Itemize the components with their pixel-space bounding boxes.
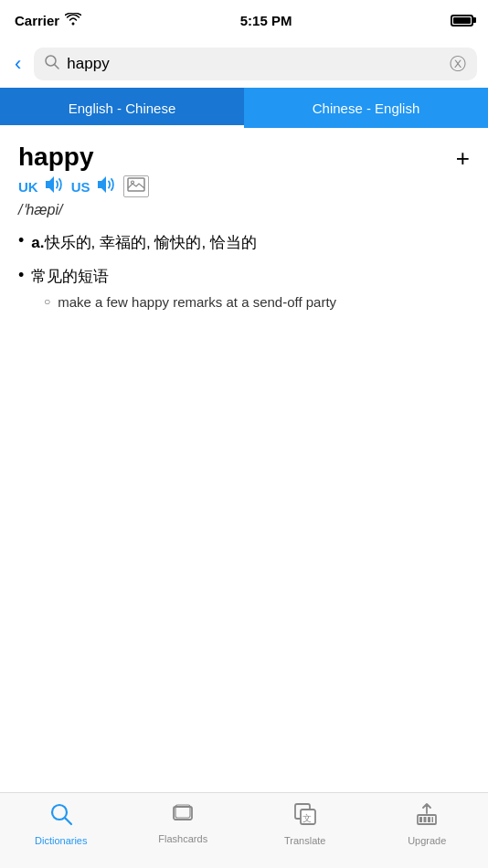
wifi-icon <box>65 13 81 28</box>
phonetic: /ˈhæpi/ <box>18 201 470 218</box>
pronunciation-row: UK US <box>18 175 470 197</box>
uk-speaker-icon[interactable] <box>46 176 64 197</box>
battery-icon <box>451 15 473 26</box>
part-of-speech: a. <box>31 234 44 251</box>
tab-switcher: English - Chinese Chinese - English <box>0 88 488 128</box>
nav-item-dictionaries[interactable]: Dictionaries <box>0 802 122 846</box>
definition-item: • a.快乐的, 幸福的, 愉快的, 恰当的 <box>18 231 470 255</box>
svg-line-1 <box>55 65 59 69</box>
upgrade-label: Upgrade <box>408 835 446 846</box>
upgrade-icon <box>415 802 439 831</box>
nav-item-translate[interactable]: 文 Translate <box>244 802 366 846</box>
phrase-title: 常见的短语 <box>31 266 109 287</box>
phrase-bullet: • <box>18 266 24 285</box>
content-area: happy + UK US /ˈ <box>0 128 488 338</box>
flashcards-icon <box>172 802 194 830</box>
status-time: 5:15 PM <box>240 13 292 28</box>
svg-rect-4 <box>128 178 144 191</box>
dictionaries-label: Dictionaries <box>35 835 87 846</box>
definition-text: a.快乐的, 幸福的, 愉快的, 恰当的 <box>31 231 257 255</box>
search-bar: ‹ ⓧ <box>0 40 488 88</box>
definition-list: • a.快乐的, 幸福的, 愉快的, 恰当的 <box>18 231 470 255</box>
svg-rect-15 <box>424 817 427 822</box>
svg-line-7 <box>65 819 71 825</box>
nav-item-flashcards[interactable]: Flashcards <box>122 802 245 844</box>
bullet-point: • <box>18 231 24 250</box>
svg-rect-14 <box>419 817 422 822</box>
status-battery <box>451 15 473 26</box>
translate-icon: 文 <box>293 802 317 831</box>
flashcards-label: Flashcards <box>158 833 207 844</box>
us-speaker-icon[interactable] <box>98 176 116 197</box>
phrase-example: ○ make a few happy remarks at a send-off… <box>18 292 470 313</box>
svg-rect-17 <box>432 817 434 822</box>
phrase-section: • 常见的短语 ○ make a few happy remarks at a … <box>18 266 470 313</box>
dictionaries-icon <box>49 802 73 831</box>
nav-item-upgrade[interactable]: Upgrade <box>366 802 489 846</box>
svg-rect-16 <box>428 817 430 822</box>
carrier-label: Carrier <box>15 13 59 28</box>
status-carrier: Carrier <box>15 13 81 28</box>
bottom-nav: Dictionaries Flashcards 文 Translate <box>0 792 488 868</box>
tab-chinese-english-label: Chinese - English <box>313 101 420 116</box>
tab-english-chinese[interactable]: English - Chinese <box>0 88 244 128</box>
word-header: happy + <box>18 143 470 172</box>
translate-label: Translate <box>284 835 325 846</box>
search-input-wrapper: ⓧ <box>34 48 477 80</box>
status-bar: Carrier 5:15 PM <box>0 0 488 40</box>
add-to-flashcard-button[interactable]: + <box>456 146 470 170</box>
image-icon[interactable] <box>123 175 149 197</box>
example-bullet: ○ <box>44 295 50 308</box>
svg-marker-2 <box>46 176 54 193</box>
phrase-header: • 常见的短语 <box>18 266 470 287</box>
search-icon <box>45 55 59 73</box>
clear-button[interactable]: ⓧ <box>450 56 466 72</box>
svg-marker-3 <box>98 176 106 193</box>
definition-content: 快乐的, 幸福的, 愉快的, 恰当的 <box>45 234 257 251</box>
back-button[interactable]: ‹ <box>11 50 25 78</box>
uk-pronunciation-label[interactable]: UK <box>18 179 38 195</box>
word-title: happy <box>18 143 93 172</box>
tab-english-chinese-label: English - Chinese <box>69 101 176 116</box>
example-text: make a few happy remarks at a send-off p… <box>58 292 336 313</box>
us-pronunciation-label[interactable]: US <box>71 179 90 195</box>
svg-point-6 <box>52 805 67 820</box>
svg-text:文: 文 <box>302 813 312 823</box>
search-input[interactable] <box>67 55 442 73</box>
tab-chinese-english[interactable]: Chinese - English <box>244 88 488 128</box>
